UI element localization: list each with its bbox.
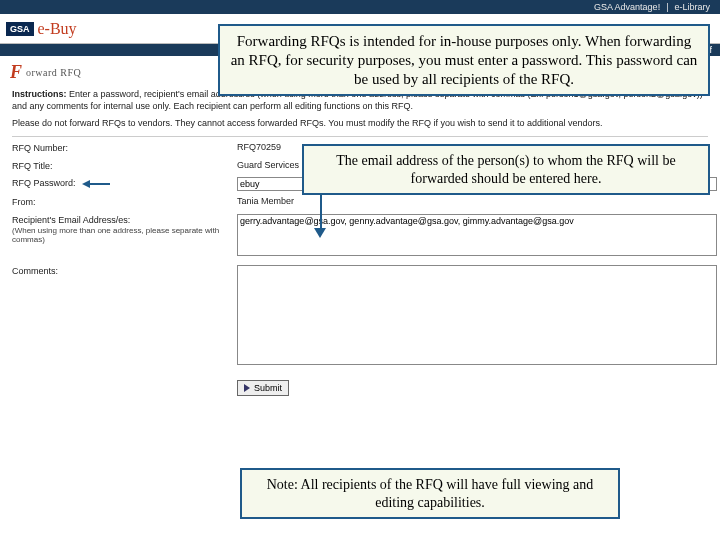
content-area: Instructions: Enter a password, recipien…: [0, 87, 720, 398]
callout-forwarding-info: Forwarding RFQs is intended for in-house…: [218, 24, 710, 96]
gsa-logo: GSA: [6, 22, 34, 36]
warning-text: Please do not forward RFQs to vendors. T…: [12, 118, 708, 130]
recipients-label: Recipient's Email Address/es: (When usin…: [12, 214, 237, 260]
from-value: Tania Member: [237, 196, 717, 209]
rfq-title-label: RFQ Title:: [12, 160, 237, 173]
forward-logo-letter: F: [10, 62, 22, 83]
instructions-label: Instructions:: [12, 89, 67, 99]
callout-note: Note: All recipients of the RFQ will hav…: [240, 468, 620, 519]
triangle-icon: [244, 384, 250, 392]
recipients-sublabel: (When using more than one address, pleas…: [12, 227, 237, 245]
nav-elibrary-link[interactable]: e-Library: [674, 2, 710, 12]
nav-advantage-link[interactable]: GSA Advantage!: [594, 2, 660, 12]
rfq-password-label: RFQ Password:: [12, 177, 237, 191]
divider: [12, 136, 708, 137]
comments-textarea[interactable]: [237, 265, 717, 365]
top-nav: GSA Advantage! | e-Library: [0, 0, 720, 14]
callout-email-info: The email address of the person(s) to wh…: [302, 144, 710, 195]
recipients-textarea[interactable]: [237, 214, 717, 256]
submit-button[interactable]: Submit: [237, 380, 289, 396]
from-label: From:: [12, 196, 237, 209]
rfq-number-label: RFQ Number:: [12, 142, 237, 155]
arrow-left-icon: [82, 178, 110, 190]
comments-label: Comments:: [12, 265, 237, 369]
nav-separator: |: [666, 2, 668, 12]
submit-label: Submit: [254, 383, 282, 393]
ebuy-logo: e-Buy: [38, 20, 77, 38]
page-title: orward RFQ: [26, 67, 81, 78]
